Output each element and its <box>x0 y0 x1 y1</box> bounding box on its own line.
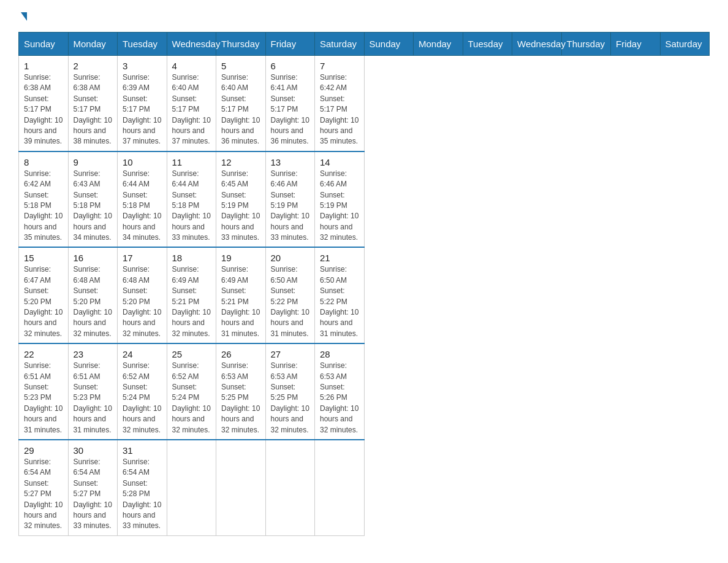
calendar-cell: 4Sunrise: 6:40 AMSunset: 5:17 PMDaylight… <box>167 56 216 151</box>
calendar-cell <box>216 440 266 535</box>
calendar-cell <box>315 440 365 535</box>
calendar-cell: 11Sunrise: 6:44 AMSunset: 5:18 PMDayligh… <box>167 151 216 248</box>
day-number: 4 <box>172 61 211 71</box>
day-info: Sunrise: 6:42 AMSunset: 5:17 PMDaylight:… <box>320 72 359 147</box>
header-tuesday: Tuesday <box>118 33 167 56</box>
day-number: 18 <box>172 253 211 263</box>
day-info: Sunrise: 6:52 AMSunset: 5:24 PMDaylight:… <box>123 361 162 435</box>
header-saturday: Saturday <box>315 33 365 56</box>
calendar-week-row: 15Sunrise: 6:47 AMSunset: 5:20 PMDayligh… <box>19 247 710 343</box>
calendar-cell: 16Sunrise: 6:48 AMSunset: 5:20 PMDayligh… <box>68 247 118 343</box>
day-number: 26 <box>221 349 260 359</box>
day-number: 8 <box>24 157 63 167</box>
day-number: 7 <box>320 61 359 71</box>
day-info: Sunrise: 6:47 AMSunset: 5:20 PMDaylight:… <box>24 264 63 339</box>
day-info: Sunrise: 6:49 AMSunset: 5:21 PMDaylight:… <box>221 264 260 339</box>
day-info: Sunrise: 6:50 AMSunset: 5:22 PMDaylight:… <box>271 264 310 339</box>
calendar-cell: 25Sunrise: 6:52 AMSunset: 5:24 PMDayligh… <box>167 343 216 440</box>
calendar-cell: 29Sunrise: 6:54 AMSunset: 5:27 PMDayligh… <box>19 440 69 535</box>
calendar-cell: 15Sunrise: 6:47 AMSunset: 5:20 PMDayligh… <box>19 247 69 343</box>
day-info: Sunrise: 6:46 AMSunset: 5:19 PMDaylight:… <box>271 169 310 243</box>
calendar-cell: 5Sunrise: 6:40 AMSunset: 5:17 PMDaylight… <box>216 56 266 151</box>
header-day-friday: Friday <box>611 33 661 56</box>
calendar-week-row: 22Sunrise: 6:51 AMSunset: 5:23 PMDayligh… <box>19 343 710 440</box>
day-info: Sunrise: 6:45 AMSunset: 5:19 PMDaylight:… <box>221 169 260 243</box>
day-info: Sunrise: 6:52 AMSunset: 5:24 PMDaylight:… <box>172 361 211 435</box>
calendar-cell: 7Sunrise: 6:42 AMSunset: 5:17 PMDaylight… <box>315 56 365 151</box>
calendar-week-row: 1Sunrise: 6:38 AMSunset: 5:17 PMDaylight… <box>19 56 710 151</box>
day-number: 12 <box>221 157 260 167</box>
day-info: Sunrise: 6:54 AMSunset: 5:27 PMDaylight:… <box>74 457 113 532</box>
day-number: 9 <box>74 157 113 167</box>
day-number: 28 <box>320 349 359 359</box>
calendar-cell: 27Sunrise: 6:53 AMSunset: 5:25 PMDayligh… <box>265 343 315 440</box>
logo <box>18 12 27 21</box>
header-thursday: Thursday <box>216 33 266 56</box>
calendar-cell: 6Sunrise: 6:41 AMSunset: 5:17 PMDaylight… <box>265 56 315 151</box>
calendar-cell: 1Sunrise: 6:38 AMSunset: 5:17 PMDaylight… <box>19 56 69 151</box>
calendar-cell: 13Sunrise: 6:46 AMSunset: 5:19 PMDayligh… <box>265 151 315 248</box>
day-info: Sunrise: 6:51 AMSunset: 5:23 PMDaylight:… <box>24 361 63 435</box>
calendar-cell: 19Sunrise: 6:49 AMSunset: 5:21 PMDayligh… <box>216 247 266 343</box>
day-info: Sunrise: 6:43 AMSunset: 5:18 PMDaylight:… <box>74 169 113 243</box>
calendar-cell <box>167 440 216 535</box>
day-number: 25 <box>172 349 211 359</box>
header-day-wednesday: Wednesday <box>512 33 562 56</box>
day-info: Sunrise: 6:53 AMSunset: 5:25 PMDaylight:… <box>221 361 260 435</box>
calendar-week-row: 8Sunrise: 6:42 AMSunset: 5:18 PMDaylight… <box>19 151 710 248</box>
calendar-cell: 12Sunrise: 6:45 AMSunset: 5:19 PMDayligh… <box>216 151 266 248</box>
day-number: 14 <box>320 157 359 167</box>
header-monday: Monday <box>68 33 118 56</box>
day-number: 27 <box>271 349 310 359</box>
day-info: Sunrise: 6:51 AMSunset: 5:23 PMDaylight:… <box>74 361 113 435</box>
day-info: Sunrise: 6:54 AMSunset: 5:27 PMDaylight:… <box>24 457 63 532</box>
day-number: 6 <box>271 61 310 71</box>
calendar-header-row: SundayMondayTuesdayWednesdayThursdayFrid… <box>19 33 710 56</box>
day-info: Sunrise: 6:39 AMSunset: 5:17 PMDaylight:… <box>123 72 162 147</box>
day-number: 30 <box>74 445 113 456</box>
day-number: 1 <box>24 61 63 71</box>
day-number: 13 <box>271 157 310 167</box>
day-info: Sunrise: 6:38 AMSunset: 5:17 PMDaylight:… <box>74 72 113 147</box>
day-number: 21 <box>320 253 359 263</box>
header-day-sunday: Sunday <box>364 33 414 56</box>
header-day-tuesday: Tuesday <box>463 33 512 56</box>
day-number: 29 <box>24 445 63 456</box>
calendar-cell: 20Sunrise: 6:50 AMSunset: 5:22 PMDayligh… <box>265 247 315 343</box>
day-info: Sunrise: 6:44 AMSunset: 5:18 PMDaylight:… <box>172 169 211 243</box>
day-number: 2 <box>74 61 113 71</box>
day-info: Sunrise: 6:48 AMSunset: 5:20 PMDaylight:… <box>123 264 162 339</box>
calendar-cell: 17Sunrise: 6:48 AMSunset: 5:20 PMDayligh… <box>118 247 167 343</box>
calendar-cell: 24Sunrise: 6:52 AMSunset: 5:24 PMDayligh… <box>118 343 167 440</box>
day-number: 11 <box>172 157 211 167</box>
calendar-cell: 21Sunrise: 6:50 AMSunset: 5:22 PMDayligh… <box>315 247 365 343</box>
calendar-cell: 31Sunrise: 6:54 AMSunset: 5:28 PMDayligh… <box>118 440 167 535</box>
calendar-cell: 18Sunrise: 6:49 AMSunset: 5:21 PMDayligh… <box>167 247 216 343</box>
calendar-table: SundayMondayTuesdayWednesdayThursdayFrid… <box>18 32 710 536</box>
day-number: 22 <box>24 349 63 359</box>
logo-arrow-icon <box>21 12 27 21</box>
day-info: Sunrise: 6:54 AMSunset: 5:28 PMDaylight:… <box>123 457 162 532</box>
header-wednesday: Wednesday <box>167 33 216 56</box>
header-day-monday: Monday <box>414 33 463 56</box>
day-info: Sunrise: 6:38 AMSunset: 5:17 PMDaylight:… <box>24 72 63 147</box>
day-info: Sunrise: 6:46 AMSunset: 5:19 PMDaylight:… <box>320 169 359 243</box>
calendar-cell: 8Sunrise: 6:42 AMSunset: 5:18 PMDaylight… <box>19 151 69 248</box>
day-info: Sunrise: 6:48 AMSunset: 5:20 PMDaylight:… <box>74 264 113 339</box>
day-number: 19 <box>221 253 260 263</box>
header-sunday: Sunday <box>19 33 69 56</box>
day-info: Sunrise: 6:53 AMSunset: 5:25 PMDaylight:… <box>271 361 310 435</box>
day-number: 3 <box>123 61 162 71</box>
day-number: 31 <box>123 445 162 456</box>
day-info: Sunrise: 6:40 AMSunset: 5:17 PMDaylight:… <box>172 72 211 147</box>
day-number: 20 <box>271 253 310 263</box>
day-info: Sunrise: 6:41 AMSunset: 5:17 PMDaylight:… <box>271 72 310 147</box>
page-header <box>18 12 710 21</box>
calendar-cell <box>265 440 315 535</box>
calendar-cell: 14Sunrise: 6:46 AMSunset: 5:19 PMDayligh… <box>315 151 365 248</box>
calendar-cell: 10Sunrise: 6:44 AMSunset: 5:18 PMDayligh… <box>118 151 167 248</box>
calendar-cell: 28Sunrise: 6:53 AMSunset: 5:26 PMDayligh… <box>315 343 365 440</box>
calendar-cell: 22Sunrise: 6:51 AMSunset: 5:23 PMDayligh… <box>19 343 69 440</box>
day-info: Sunrise: 6:42 AMSunset: 5:18 PMDaylight:… <box>24 169 63 243</box>
day-info: Sunrise: 6:50 AMSunset: 5:22 PMDaylight:… <box>320 264 359 339</box>
